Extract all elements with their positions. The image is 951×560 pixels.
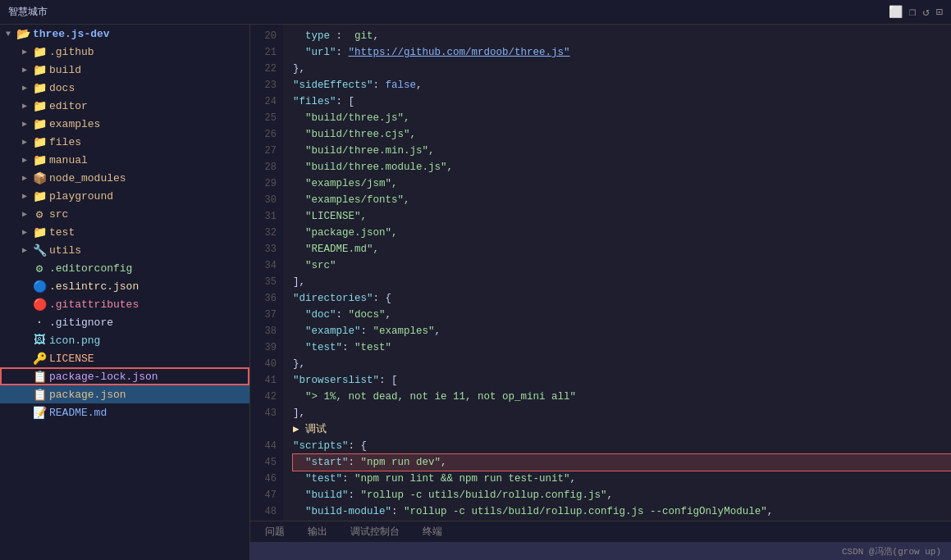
sidebar-item-packagejson[interactable]: 📋package.json: [0, 385, 249, 403]
line-num-33: 33: [250, 241, 283, 257]
tree-icon-docs: 📁: [33, 81, 46, 95]
sidebar-item-docs[interactable]: ▶📁docs: [0, 79, 249, 97]
code-token: : {: [373, 293, 392, 304]
sidebar-item-iconpng[interactable]: 🖼icon.png: [0, 331, 249, 349]
code-token: :: [336, 309, 349, 321]
code-token: false: [386, 80, 417, 91]
sidebar-item-playground[interactable]: ▶📁playground: [0, 187, 249, 205]
code-line-44: "scripts": {: [293, 438, 951, 454]
sidebar-item-readme[interactable]: 📝README.md: [0, 403, 249, 421]
line-num-30: 30: [250, 192, 283, 208]
line-num-20: 20: [250, 28, 283, 44]
title-bar-icon-refresh[interactable]: ↺: [922, 5, 929, 19]
line-num-45: 45: [250, 454, 283, 471]
tree-arrow-test: ▶: [20, 227, 30, 237]
sidebar-item-examples[interactable]: ▶📁examples: [0, 115, 249, 133]
code-token: "scripts": [293, 440, 349, 452]
sidebar-item-node_modules[interactable]: ▶📦node_modules: [0, 169, 249, 187]
code-line-34: "src": [293, 257, 951, 274]
code-token: :: [336, 47, 349, 58]
tree-label-node_modules: node_modules: [49, 172, 126, 184]
line-num-27: 27: [250, 143, 283, 159]
tab-problems[interactable]: 问题: [260, 523, 290, 540]
code-token: "examples": [373, 326, 435, 337]
tab-debug-console[interactable]: 调试控制台: [345, 523, 405, 540]
code-token: "src": [293, 260, 336, 271]
sidebar-item-license[interactable]: 🔑LICENSE: [0, 349, 249, 367]
code-token: :: [330, 30, 354, 42]
line-num-39: 39: [250, 339, 283, 356]
title-bar-icon-new-folder[interactable]: ❐: [909, 5, 916, 19]
code-token: ,: [386, 309, 392, 321]
code-line-27: "build/three.min.js",: [293, 143, 951, 159]
tree-label-packagejson: package.json: [49, 389, 126, 401]
sidebar-item-editor[interactable]: ▶📁editor: [0, 97, 249, 115]
code-token: "> 1%, not dead, not ie 11, not op_mini …: [305, 391, 576, 403]
code-token: [293, 309, 305, 321]
code-line-35: ],: [293, 274, 951, 290]
line-num-32: 32: [250, 225, 283, 241]
code-line-37: "doc": "docs",: [293, 307, 951, 323]
tree-icon-utils: 🔧: [33, 244, 46, 257]
code-token: "files": [293, 96, 336, 107]
code-token: "examples/jsm",: [293, 178, 398, 189]
tree-arrow-src: ▶: [20, 209, 30, 219]
status-text: CSDN @冯浩(grow up): [842, 545, 941, 558]
code-token: "LICENSE",: [293, 211, 367, 222]
sidebar-item-utils[interactable]: ▶🔧utils: [0, 241, 249, 259]
tree-arrow-github: ▶: [20, 47, 30, 57]
code-token: : [: [379, 375, 398, 386]
title-bar-icon-new-file[interactable]: ⬜: [889, 5, 903, 19]
tree-icon-test: 📁: [33, 225, 46, 239]
sidebar-root[interactable]: ▼ 📂 three.js-dev: [0, 25, 249, 43]
sidebar-item-packagelock[interactable]: 📋package-lock.json: [0, 367, 249, 385]
root-label: three.js-dev: [33, 28, 110, 40]
code-token: :: [349, 457, 361, 468]
code-token: :: [391, 506, 404, 517]
tree-label-build: build: [49, 64, 81, 76]
tree-label-utils: utils: [49, 244, 81, 257]
sidebar-item-gitignore[interactable]: ·.gitignore: [0, 313, 249, 331]
sidebar-item-files[interactable]: ▶📁files: [0, 133, 249, 151]
code-line-22: },: [293, 61, 951, 77]
code-token: [293, 506, 305, 517]
sidebar-item-test[interactable]: ▶📁test: [0, 223, 249, 241]
sidebar-item-editorconfig[interactable]: ⚙.editorconfig: [0, 259, 249, 277]
line-num-47: 47: [250, 487, 283, 503]
sidebar-item-src[interactable]: ▶⚙src: [0, 205, 249, 223]
main-layout: ▼ 📂 three.js-dev ▶📁.github▶📁build▶📁docs▶…: [0, 25, 951, 560]
tree-arrow-playground: ▶: [20, 191, 30, 201]
code-token: : {: [349, 440, 368, 452]
code-token: "doc": [305, 309, 336, 321]
code-line-41: "browserslist": [: [293, 372, 951, 389]
code-token: ,: [435, 326, 441, 337]
sidebar-item-manual[interactable]: ▶📁manual: [0, 151, 249, 169]
code-line-33: "README.md",: [293, 241, 951, 257]
code-token: },: [293, 63, 305, 75]
line-num-21: 21: [250, 44, 283, 61]
tree-label-eslintrc: .eslintrc.json: [49, 280, 139, 293]
code-token: :: [342, 342, 354, 353]
code-token: ,: [441, 457, 447, 468]
sidebar-item-github[interactable]: ▶📁.github: [0, 43, 249, 61]
line-num-24: 24: [250, 93, 283, 110]
sidebar-item-eslintrc[interactable]: 🔵.eslintrc.json: [0, 277, 249, 295]
code-token: "examples/fonts",: [293, 194, 410, 206]
code-line-32: "package.json",: [293, 225, 951, 241]
code-token: [293, 342, 305, 353]
tree-icon-gitignore: ·: [33, 316, 46, 329]
debug-arrow-icon[interactable]: ▶ 调试: [293, 424, 327, 435]
sidebar-item-build[interactable]: ▶📁build: [0, 61, 249, 79]
code-line-48: "build-module": "rollup -c utils/build/r…: [293, 503, 951, 520]
tree-arrow-docs: ▶: [20, 83, 30, 93]
code-token: : [: [336, 96, 355, 107]
tree-arrow-utils: ▶: [20, 245, 30, 255]
sidebar-item-gitattributes[interactable]: 🔴.gitattributes: [0, 295, 249, 313]
code-token: "start": [305, 457, 349, 468]
tab-terminal[interactable]: 终端: [418, 523, 447, 540]
code-token: "build/three.min.js",: [293, 145, 435, 157]
code-token: "build": [305, 489, 349, 501]
title-bar-icon-collapse[interactable]: ⊡: [936, 5, 943, 19]
code-container[interactable]: 2021222324252627282930313233343536373839…: [250, 25, 951, 521]
tab-output[interactable]: 输出: [303, 523, 332, 540]
